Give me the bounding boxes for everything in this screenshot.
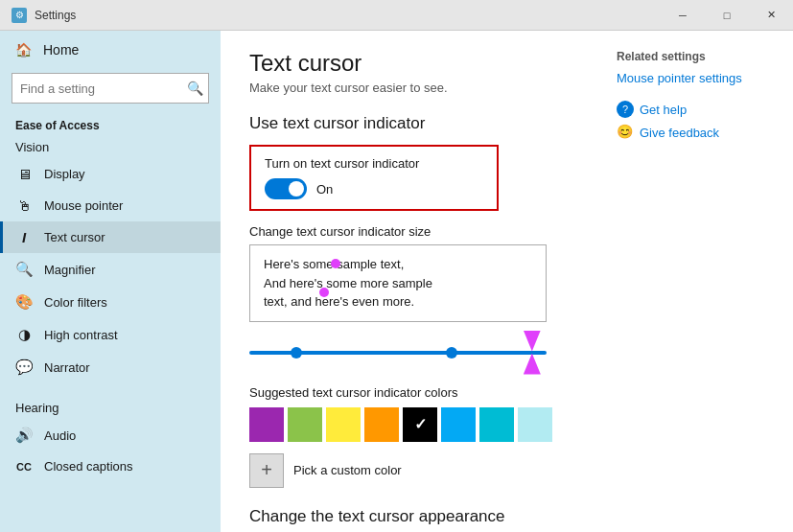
color-swatch-7[interactable]: [518, 407, 552, 442]
slider-pointer-group: [524, 331, 541, 375]
toggle-label: Turn on text cursor indicator: [265, 156, 483, 171]
related-title: Related settings: [617, 50, 778, 63]
sidebar-item-mouse-pointer[interactable]: 🖱 Mouse pointer: [0, 190, 221, 221]
sample-text-line3: text, and here's even more.: [264, 292, 532, 312]
display-icon: 🖥: [15, 166, 33, 182]
closed-captions-icon: CC: [15, 461, 33, 473]
color-swatch-0[interactable]: [249, 407, 284, 442]
titlebar-left: ⚙ Settings: [12, 8, 76, 23]
sample-text-line2: And here's some more sample: [264, 274, 532, 293]
page-title: Text cursor: [249, 50, 572, 77]
sidebar-item-color-filters[interactable]: 🎨 Color filters: [0, 286, 221, 318]
mouse-pointer-label: Mouse pointer: [44, 198, 123, 213]
pointer-top: [524, 331, 541, 352]
get-help-row[interactable]: ? Get help: [617, 101, 778, 118]
sidebar-item-text-cursor[interactable]: I Text cursor: [0, 221, 221, 253]
hearing-label: Hearing: [0, 393, 221, 419]
color-swatch-3[interactable]: [364, 407, 399, 442]
size-slider-container[interactable]: [249, 334, 547, 372]
page-subtitle: Make your text cursor easier to see.: [249, 81, 572, 95]
sidebar-item-audio[interactable]: 🔊 Audio: [0, 419, 221, 451]
color-swatch-6[interactable]: [479, 407, 514, 442]
related-panel: Related settings Mouse pointer settings …: [601, 31, 793, 532]
vision-label: Vision: [0, 136, 221, 158]
get-help-link[interactable]: Get help: [640, 103, 687, 117]
size-slider-track: [249, 351, 547, 355]
help-icon: ?: [617, 101, 634, 118]
sample-text-line1: Here's some sample text,: [264, 255, 532, 274]
size-label: Change text cursor indicator size: [249, 224, 572, 239]
sidebar-item-closed-captions[interactable]: CC Closed captions: [0, 451, 221, 481]
mouse-pointer-icon: 🖱: [15, 197, 33, 214]
magnifier-label: Magnifier: [44, 263, 95, 277]
sample-text-box: Here's some sample text, And here's some…: [249, 244, 547, 322]
sidebar-item-home[interactable]: 🏠 Home: [0, 31, 221, 69]
mouse-pointer-settings-link[interactable]: Mouse pointer settings: [617, 71, 778, 85]
toggle-row: On: [265, 178, 483, 199]
titlebar-title: Settings: [35, 9, 76, 22]
pointer-bottom: [524, 354, 541, 375]
titlebar: ⚙ Settings ─ □ ✕: [0, 0, 793, 31]
toggle-box: Turn on text cursor indicator On: [249, 145, 499, 211]
text-cursor-label: Text cursor: [44, 230, 105, 244]
slider-thumb-left[interactable]: [291, 347, 302, 359]
app-body: 🏠 Home 🔍 Ease of Access Vision 🖥 Display…: [0, 31, 793, 532]
color-swatch-4[interactable]: [403, 407, 437, 442]
close-button[interactable]: ✕: [749, 0, 793, 31]
color-swatches: [249, 407, 572, 442]
audio-icon: 🔊: [15, 427, 33, 444]
titlebar-controls: ─ □ ✕: [661, 0, 793, 31]
color-filters-label: Color filters: [44, 295, 107, 310]
colors-label: Suggested text cursor indicator colors: [249, 385, 572, 400]
give-feedback-row[interactable]: 😊 Give feedback: [617, 124, 778, 141]
narrator-icon: 💬: [15, 359, 33, 376]
give-feedback-link[interactable]: Give feedback: [640, 126, 719, 140]
sidebar-item-narrator[interactable]: 💬 Narrator: [0, 351, 221, 383]
maximize-button[interactable]: □: [705, 0, 749, 31]
appearance-title: Change the text cursor appearance: [249, 507, 572, 526]
color-filters-icon: 🎨: [15, 293, 33, 311]
slider-thumb-mid[interactable]: [446, 347, 457, 359]
toggle-state: On: [316, 182, 333, 197]
search-box[interactable]: 🔍: [12, 73, 209, 104]
display-label: Display: [44, 167, 85, 181]
color-swatch-1[interactable]: [288, 407, 322, 442]
search-icon: 🔍: [187, 81, 203, 96]
color-swatch-2[interactable]: [326, 407, 361, 442]
high-contrast-icon: ◑: [15, 326, 33, 343]
magnifier-icon: 🔍: [15, 261, 33, 278]
main-content: Text cursor Make your text cursor easier…: [221, 31, 601, 532]
text-cursor-icon: I: [15, 229, 33, 245]
settings-icon: ⚙: [12, 8, 27, 23]
cursor-indicator-toggle[interactable]: [265, 178, 307, 199]
cursor-indicator-dot1: [331, 259, 340, 268]
home-label: Home: [43, 42, 79, 58]
custom-color-button[interactable]: +: [249, 453, 284, 488]
minimize-button[interactable]: ─: [661, 0, 705, 31]
audio-label: Audio: [44, 428, 76, 443]
cursor-indicator-dot2: [319, 288, 329, 297]
closed-captions-label: Closed captions: [44, 459, 133, 474]
sidebar-item-magnifier[interactable]: 🔍 Magnifier: [0, 253, 221, 286]
high-contrast-label: High contrast: [44, 328, 118, 342]
feedback-icon: 😊: [617, 124, 634, 141]
custom-color-row: + Pick a custom color: [249, 453, 572, 488]
search-input[interactable]: [20, 81, 181, 96]
narrator-label: Narrator: [44, 360, 90, 375]
color-swatch-5[interactable]: [441, 407, 476, 442]
sidebar-item-high-contrast[interactable]: ◑ High contrast: [0, 318, 221, 351]
home-icon: 🏠: [15, 42, 32, 58]
custom-color-label: Pick a custom color: [293, 463, 402, 477]
sidebar-item-display[interactable]: 🖥 Display: [0, 158, 221, 190]
sidebar: 🏠 Home 🔍 Ease of Access Vision 🖥 Display…: [0, 31, 221, 532]
use-indicator-title: Use text cursor indicator: [249, 114, 572, 133]
ease-of-access-label: Ease of Access: [0, 111, 221, 136]
